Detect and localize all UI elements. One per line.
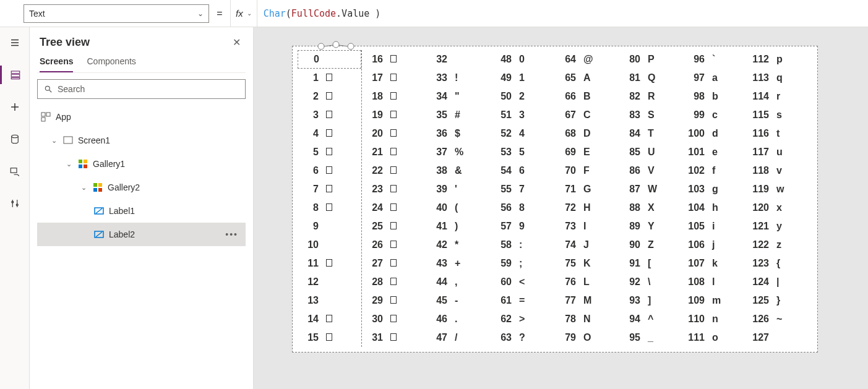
ascii-char: A bbox=[576, 72, 593, 83]
ascii-char: q bbox=[769, 72, 786, 83]
ascii-code: 30 bbox=[362, 314, 383, 325]
ascii-char bbox=[319, 165, 336, 176]
hamburger-icon[interactable] bbox=[0, 33, 30, 52]
ascii-char: i bbox=[705, 221, 722, 232]
equals-label: = bbox=[209, 8, 230, 19]
insert-icon[interactable] bbox=[0, 98, 30, 116]
ascii-cell: 100d bbox=[684, 124, 748, 143]
ascii-code: 27 bbox=[362, 258, 383, 269]
ascii-cell: 73I bbox=[555, 217, 619, 236]
ascii-cell: 16 bbox=[362, 50, 426, 69]
ascii-char: F bbox=[576, 165, 593, 176]
ascii-code: 127 bbox=[748, 332, 769, 343]
ascii-cell: 108l bbox=[684, 273, 748, 291]
ascii-char bbox=[319, 258, 336, 269]
formula-input[interactable]: Char ( FullCode .Value ) bbox=[257, 0, 868, 27]
svg-rect-9 bbox=[11, 168, 17, 173]
tree-node-screen1[interactable]: ⌄ Screen1 bbox=[37, 129, 246, 152]
close-icon[interactable]: ✕ bbox=[233, 36, 241, 48]
ascii-char: x bbox=[769, 202, 786, 213]
ascii-code: 4 bbox=[298, 128, 319, 139]
svg-rect-22 bbox=[79, 165, 82, 168]
ascii-cell: 125} bbox=[748, 291, 812, 310]
tree-node-label1[interactable]: Label1 bbox=[37, 199, 246, 223]
ascii-char: . bbox=[447, 314, 465, 325]
ascii-cell: 77M bbox=[555, 291, 619, 310]
ascii-char: 9 bbox=[512, 221, 529, 232]
ascii-char: M bbox=[576, 295, 593, 306]
ascii-cell: 20 bbox=[362, 124, 426, 143]
ascii-code: 86 bbox=[619, 165, 640, 176]
ascii-code: 114 bbox=[748, 91, 769, 102]
ascii-code: 6 bbox=[298, 165, 319, 176]
chevron-down-icon[interactable]: ⌄ bbox=[64, 160, 73, 168]
ascii-code: 55 bbox=[491, 184, 512, 195]
ascii-cell: 37% bbox=[426, 143, 491, 161]
ascii-cell: 21 bbox=[362, 143, 426, 161]
tree-node-label2[interactable]: Label2 ••• bbox=[37, 223, 246, 246]
ascii-cell: 117u bbox=[748, 143, 812, 161]
ascii-cell: 66B bbox=[555, 87, 619, 106]
ascii-char: 3 bbox=[512, 109, 529, 121]
data-icon[interactable] bbox=[0, 130, 30, 148]
ascii-code: 28 bbox=[362, 276, 383, 288]
property-selector[interactable]: Text ⌄ bbox=[24, 4, 209, 23]
ascii-char: v bbox=[769, 165, 786, 176]
ascii-char: E bbox=[576, 147, 593, 158]
ascii-cell: 69E bbox=[555, 143, 619, 161]
svg-line-29 bbox=[96, 208, 102, 213]
ascii-cell: 79O bbox=[555, 328, 619, 347]
media-icon[interactable] bbox=[0, 162, 30, 181]
ascii-cell: 60< bbox=[491, 273, 555, 291]
tree-node-app[interactable]: App bbox=[37, 105, 246, 129]
tree-node-gallery2[interactable]: ⌄ Gallery2 bbox=[37, 176, 246, 199]
ascii-char: I bbox=[576, 221, 593, 232]
formula-token-paren: ( bbox=[286, 8, 291, 19]
svg-rect-27 bbox=[98, 188, 102, 192]
ascii-cell: 546 bbox=[491, 161, 555, 180]
tab-screens[interactable]: Screens bbox=[40, 56, 73, 72]
ascii-code: 61 bbox=[491, 295, 512, 306]
ascii-cell: 42* bbox=[426, 236, 491, 254]
ascii-cell: 103g bbox=[684, 180, 748, 199]
ascii-char: h bbox=[705, 202, 722, 213]
ascii-cell: 25 bbox=[362, 217, 426, 236]
search-input[interactable]: Search bbox=[37, 79, 246, 99]
ascii-cell: 101e bbox=[684, 143, 748, 161]
ascii-char bbox=[383, 91, 400, 102]
gallery-preview[interactable]: 0123456789101112131415161718192021222324… bbox=[292, 46, 818, 353]
svg-rect-5 bbox=[11, 78, 20, 79]
ascii-cell: 64@ bbox=[555, 50, 619, 69]
more-icon[interactable]: ••• bbox=[225, 229, 238, 239]
ascii-code: 78 bbox=[555, 314, 576, 325]
ascii-code: 88 bbox=[619, 202, 640, 213]
chevron-down-icon[interactable]: ⌄ bbox=[79, 184, 88, 192]
ascii-code: 97 bbox=[684, 72, 705, 83]
ascii-cell: 31 bbox=[362, 328, 426, 347]
ascii-char: R bbox=[640, 91, 658, 102]
tools-icon[interactable] bbox=[0, 194, 30, 213]
ascii-code: 107 bbox=[684, 258, 705, 269]
tree-view-icon[interactable] bbox=[0, 66, 30, 84]
ascii-cell: 96` bbox=[684, 50, 748, 69]
ascii-code: 110 bbox=[684, 314, 705, 325]
chevron-down-icon[interactable]: ⌄ bbox=[49, 137, 58, 145]
ascii-char bbox=[319, 332, 336, 343]
ascii-char bbox=[383, 276, 400, 288]
ascii-code: 12 bbox=[298, 276, 319, 288]
tree-node-gallery1[interactable]: ⌄ Gallery1 bbox=[37, 152, 246, 176]
ascii-code: 45 bbox=[426, 295, 447, 306]
ascii-column: 64@65A66B67C68D69E70F71G72H73I74J75K76L7… bbox=[555, 50, 619, 347]
design-canvas[interactable]: 0123456789101112131415161718192021222324… bbox=[254, 27, 868, 389]
tab-components[interactable]: Components bbox=[87, 56, 135, 72]
ascii-cell: 116t bbox=[748, 124, 812, 143]
ascii-char: c bbox=[705, 109, 722, 121]
ascii-char: ] bbox=[640, 295, 658, 306]
fx-button[interactable]: fx ⌄ bbox=[230, 0, 257, 27]
ascii-code: 126 bbox=[748, 314, 769, 325]
ascii-cell: 118v bbox=[748, 161, 812, 180]
ascii-code: 119 bbox=[748, 184, 769, 195]
ascii-code: 104 bbox=[684, 202, 705, 213]
ascii-cell: 86V bbox=[619, 161, 684, 180]
ascii-code: 98 bbox=[684, 91, 705, 102]
